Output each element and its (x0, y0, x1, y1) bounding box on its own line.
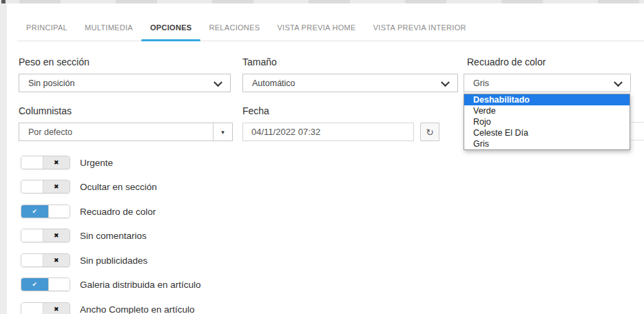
toggle-knob (21, 254, 43, 266)
toggle-label: Urgente (80, 158, 113, 168)
peso-en-seccion-select[interactable]: Sin posición (19, 74, 231, 92)
toggle-knob (48, 278, 70, 291)
recuadro-de-color-value: Gris (473, 78, 489, 88)
toggle-urgente[interactable]: ✔ ✖ (21, 156, 70, 169)
toggle-row: ✔ ✖ Recuadro de color (21, 205, 156, 218)
hidden-field-edge (631, 140, 644, 140)
x-icon: ✖ (43, 156, 70, 169)
option-gris[interactable]: Gris (464, 138, 630, 149)
toggle-ancho-completo[interactable]: ✔ ✖ (21, 302, 70, 314)
toggle-row: ✔ ✖ Urgente (21, 156, 113, 169)
x-icon: ✖ (43, 254, 70, 266)
toggle-sin-comentarios[interactable]: ✔ ✖ (21, 229, 70, 242)
toggle-recuadro-de-color[interactable]: ✔ ✖ (21, 205, 70, 218)
toggle-label: Galeria distribuida en artículo (80, 280, 201, 290)
tamano-value: Automático (252, 78, 295, 88)
tab-vista-previa-home[interactable]: VISTA PREVIA HOME (277, 23, 355, 41)
toggle-label: Sin publicidades (80, 255, 147, 266)
option-verde[interactable]: Verde (464, 105, 630, 116)
toggle-label: Ocultar en sección (80, 182, 157, 192)
hidden-field-edge (631, 122, 644, 123)
fecha-input[interactable] (242, 123, 414, 141)
option-rojo[interactable]: Rojo (464, 116, 630, 127)
toggle-sin-publicidades[interactable]: ✔ ✖ (21, 253, 70, 267)
option-deshabilitado[interactable]: Deshabilitado (464, 94, 630, 105)
refresh-icon: ↻ (426, 127, 434, 138)
tab-bar: PRINCIPAL MULTIMEDIA OPCIONES RELACIONES… (26, 23, 466, 41)
peso-en-seccion-value: Sin posición (28, 78, 74, 88)
options-panel-page: PRINCIPAL MULTIMEDIA OPCIONES RELACIONES… (0, 0, 644, 314)
toggle-row: ✔ ✖ Sin publicidades (21, 253, 147, 267)
corner-mark (1, 0, 6, 3)
tab-principal[interactable]: PRINCIPAL (26, 23, 67, 41)
toggle-row: ✔ ✖ Ancho Completo en artículo (21, 302, 195, 314)
toggle-label: Ancho Completo en artículo (80, 304, 195, 314)
recuadro-de-color-dropdown: Deshabilitado Verde Rojo Celeste El Día … (464, 94, 630, 150)
toggle-row: ✔ ✖ Sin comentarios (21, 229, 147, 242)
x-icon: ✖ (43, 180, 70, 193)
tab-vista-previa-interior[interactable]: VISTA PREVIA INTERIOR (373, 23, 466, 41)
toggle-knob (21, 180, 43, 193)
caret-down-icon: ▾ (221, 129, 225, 136)
fecha-label: Fecha (242, 105, 269, 116)
option-celeste-el-dia[interactable]: Celeste El Día (464, 127, 630, 138)
toggle-galeria-distribuida[interactable]: ✔ ✖ (21, 278, 70, 291)
tamano-label: Tamaño (242, 56, 277, 67)
toggle-knob (21, 303, 43, 314)
toggle-label: Recuadro de color (80, 207, 156, 217)
check-icon: ✔ (21, 205, 48, 218)
tab-opciones[interactable]: OPCIONES (150, 23, 191, 41)
x-icon: ✖ (43, 303, 70, 314)
toggle-knob (21, 229, 43, 242)
tab-relaciones[interactable]: RELACIONES (209, 23, 260, 41)
fecha-refresh-button[interactable]: ↻ (420, 123, 439, 141)
chevron-down-icon (614, 78, 623, 87)
columnistas-combobox[interactable]: Por defecto ▾ (19, 123, 233, 141)
toggle-row: ✔ ✖ Galeria distribuida en artículo (21, 278, 201, 291)
chevron-down-icon (214, 78, 222, 87)
tab-multimedia[interactable]: MULTIMEDIA (85, 23, 133, 41)
tamano-select[interactable]: Automático (242, 74, 458, 92)
columnistas-value: Por defecto (19, 123, 213, 140)
columnistas-dropdown-button[interactable]: ▾ (213, 123, 232, 140)
x-icon: ✖ (43, 229, 70, 242)
columnistas-label: Columnistas (19, 105, 72, 116)
toggle-knob (48, 205, 70, 218)
peso-en-seccion-label: Peso en sección (19, 56, 90, 67)
toggle-label: Sin comentarios (80, 231, 147, 241)
recuadro-de-color-label: Recuadro de color (467, 56, 546, 67)
check-icon: ✔ (21, 278, 48, 291)
toggle-knob (21, 156, 43, 169)
recuadro-de-color-select[interactable]: Gris (464, 74, 631, 92)
toggle-ocultar-en-seccion[interactable]: ✔ ✖ (21, 180, 70, 193)
toggle-row: ✔ ✖ Ocultar en sección (21, 180, 157, 193)
chevron-down-icon (441, 78, 450, 87)
